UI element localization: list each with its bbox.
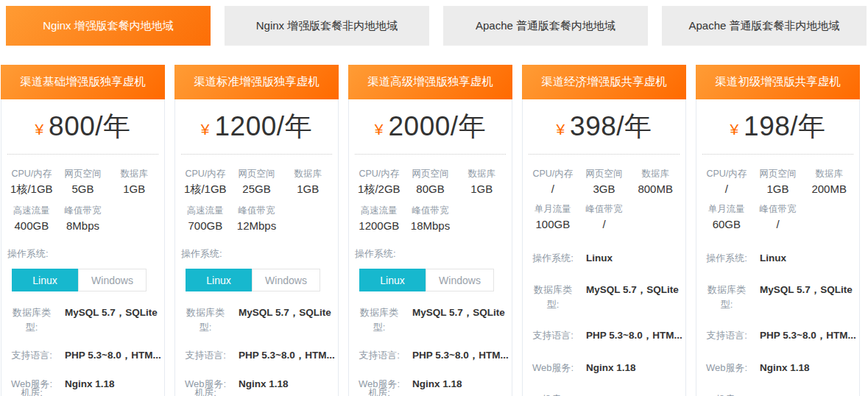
- detail-label: 支持语言:: [181, 348, 230, 363]
- detail-label: 数据库类型:: [529, 283, 577, 311]
- spec-label: CPU/内存: [6, 163, 57, 183]
- os-toggle: LinuxWindows: [186, 269, 338, 291]
- spec-value: /: [752, 218, 804, 234]
- detail-value: MySQL 5.7，SQLite: [230, 305, 338, 320]
- plan-cards: 渠道基础增强版独享虚机¥800/年CPU/内存网页空间数据库1核/1GB5GB1…: [0, 65, 868, 396]
- windows-toggle-button[interactable]: Windows: [78, 269, 147, 291]
- plan-card: 渠道高级增强版独享虚机¥2000/年CPU/内存网页空间数据库1核/2GB80G…: [348, 65, 512, 396]
- spec-value: 18Mbps: [405, 219, 456, 236]
- detail-label: 机房:: [529, 392, 577, 396]
- price-period: /年: [277, 111, 312, 141]
- detail-value: PHP 5.3~8.0，HTM...: [403, 348, 512, 363]
- linux-toggle-button[interactable]: Linux: [359, 269, 426, 291]
- detail-value: MySQL 5.7，SQLite: [577, 283, 685, 297]
- detail-value: Nginx 1.18: [56, 377, 164, 392]
- spec-value: 200MB: [803, 183, 855, 199]
- price-amount: 398/年: [570, 108, 652, 145]
- price-number: 398: [570, 111, 616, 141]
- spec-label: 数据库: [456, 163, 507, 183]
- linux-toggle-button[interactable]: Linux: [12, 269, 78, 291]
- price-number: 198: [744, 111, 790, 141]
- spec-label: 高速流量: [6, 200, 57, 219]
- plan-price: ¥1200/年: [181, 99, 332, 155]
- spec-spacer: [108, 219, 160, 236]
- spec-label: 单月流量: [527, 199, 579, 218]
- tab-1[interactable]: Nginx 增强版套餐非内地地域: [225, 6, 429, 46]
- currency-symbol: ¥: [556, 115, 565, 138]
- spec-spacer: [456, 200, 507, 219]
- detail-label: 数据库类型:: [355, 305, 403, 334]
- detail-value: Nginx 1.18: [230, 377, 338, 392]
- spec-value: 1GB: [108, 183, 160, 200]
- spec-label: 峰值带宽: [752, 199, 804, 218]
- detail-label: 机房:: [181, 386, 230, 396]
- spec-value: 1GB: [282, 183, 334, 200]
- detail-row: 数据库类型:MySQL 5.7，SQLite: [523, 283, 685, 311]
- detail-label: 支持语言:: [529, 328, 577, 343]
- os-label: 操作系统:: [175, 247, 338, 261]
- detail-row: Web服务:Nginx 1.18: [523, 361, 685, 375]
- detail-label: 支持语言:: [702, 328, 751, 343]
- spec-label: 数据库: [803, 163, 855, 183]
- spec-value: 3GB: [579, 183, 630, 199]
- spec-label: 峰值带宽: [231, 200, 283, 219]
- detail-value: PHP 5.3~8.0，HTM...: [751, 328, 859, 343]
- price-period: /年: [451, 111, 486, 141]
- windows-toggle-button[interactable]: Windows: [252, 269, 320, 291]
- spec-value: 1200GB: [353, 219, 405, 236]
- detail-row: 支持语言:PHP 5.3~8.0，HTM...: [349, 348, 512, 363]
- spec-value: /: [527, 183, 579, 199]
- tab-3[interactable]: Apache 普通版套餐非内地地域: [662, 6, 867, 46]
- os-label: 操作系统:: [1, 247, 164, 261]
- spec-label: 数据库: [282, 163, 334, 183]
- detail-row: 数据库类型:MySQL 5.7，SQLite: [175, 305, 338, 334]
- spec-label: 单月流量: [701, 199, 752, 218]
- spec-value: /: [579, 218, 630, 234]
- spec-value: 25GB: [231, 183, 283, 200]
- windows-toggle-button[interactable]: Windows: [426, 269, 494, 291]
- plan-title: 渠道初级增强版共享虚机: [696, 65, 860, 99]
- os-toggle: LinuxWindows: [359, 269, 512, 291]
- price-amount: 800/年: [49, 108, 131, 145]
- detail-value: PHP 5.3~8.0，HTM...: [577, 328, 685, 343]
- spec-value: 700GB: [180, 219, 231, 236]
- spec-label: 高速流量: [180, 200, 231, 219]
- plan-title: 渠道高级增强版独享虚机: [348, 65, 512, 99]
- currency-symbol: ¥: [201, 115, 210, 138]
- currency-symbol: ¥: [35, 115, 43, 138]
- linux-toggle-button[interactable]: Linux: [186, 269, 252, 291]
- detail-value: PHP 5.3~8.0，HTM...: [230, 348, 338, 363]
- currency-symbol: ¥: [730, 115, 738, 138]
- spec-spacer: [282, 219, 334, 236]
- detail-label: 支持语言:: [355, 348, 403, 363]
- detail-label: Web服务:: [529, 361, 577, 375]
- plan-card: 渠道经济增强版共享虚机¥398/年CPU/内存网页空间数据库/3GB800MB单…: [522, 65, 686, 396]
- os-row: 操作系统:Linux: [696, 251, 859, 266]
- os-value: Linux: [751, 251, 859, 266]
- detail-value: MySQL 5.7，SQLite: [403, 305, 512, 320]
- plan-price: ¥198/年: [702, 99, 853, 155]
- spec-label: 网页空间: [405, 163, 456, 183]
- spec-value: /: [701, 183, 752, 199]
- plan-card: 渠道初级增强版共享虚机¥198/年CPU/内存网页空间数据库/1GB200MB单…: [696, 65, 860, 396]
- detail-row: 机房:: [523, 392, 685, 396]
- spec-label: 峰值带宽: [405, 200, 456, 219]
- tab-0[interactable]: Nginx 增强版套餐内地地域: [6, 6, 211, 46]
- spec-label: 网页空间: [579, 163, 630, 183]
- detail-value: MySQL 5.7，SQLite: [751, 283, 859, 297]
- spec-label: CPU/内存: [180, 163, 231, 183]
- detail-label: 机房:: [702, 392, 751, 396]
- spec-label: 网页空间: [231, 163, 283, 183]
- plan-tabs: Nginx 增强版套餐内地地域Nginx 增强版套餐非内地地域Apache 普通…: [0, 0, 868, 46]
- plan-card: 渠道基础增强版独享虚机¥800/年CPU/内存网页空间数据库1核/1GB5GB1…: [1, 65, 165, 396]
- spec-label: 数据库: [108, 163, 160, 183]
- spec-value: 12Mbps: [231, 219, 283, 236]
- spec-spacer: [629, 218, 681, 234]
- plan-price: ¥800/年: [7, 99, 158, 155]
- spec-grid: CPU/内存网页空间数据库/1GB200MB单月流量峰值带宽60GB/: [696, 155, 859, 234]
- detail-row: 支持语言:PHP 5.3~8.0，HTM...: [523, 328, 685, 343]
- price-number: 800: [49, 111, 95, 141]
- tab-2[interactable]: Apache 普通版套餐内地地域: [443, 6, 648, 46]
- spec-value: 1GB: [752, 183, 804, 199]
- detail-row: 数据库类型:MySQL 5.7，SQLite: [696, 283, 859, 311]
